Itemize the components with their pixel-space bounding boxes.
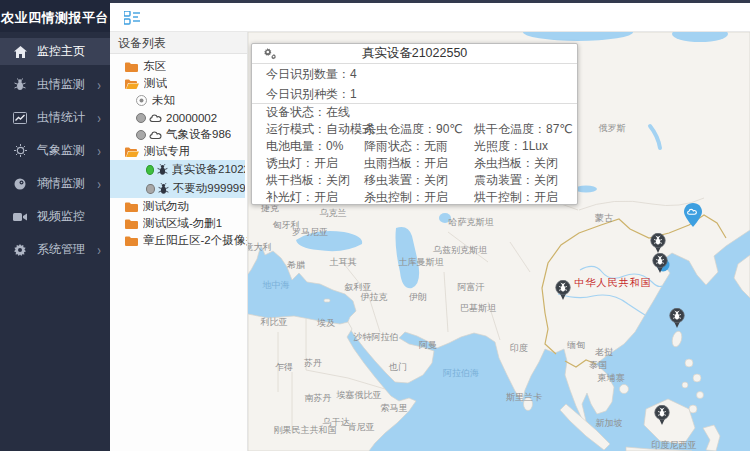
screen: 农业四情测报平台 监控主页 虫情监测 › bbox=[0, 0, 750, 451]
layout-list-icon[interactable] bbox=[122, 8, 142, 28]
metric: 运行模式：自动模式 bbox=[266, 121, 364, 138]
metric: 补光灯：开启 bbox=[266, 189, 364, 206]
sidebar-item-insect-monitor[interactable]: 虫情监测 › bbox=[0, 71, 110, 98]
bug-pin[interactable] bbox=[652, 253, 668, 277]
folder-open-icon bbox=[125, 79, 139, 89]
metric: 电池电量：0% bbox=[266, 138, 364, 155]
device-status: 设备状态：在线 bbox=[252, 104, 577, 121]
tree-folder-east[interactable]: 东区 bbox=[110, 58, 247, 75]
chevron-right-icon: › bbox=[97, 242, 101, 258]
bug-pin[interactable] bbox=[654, 405, 670, 429]
sidebar-item-video-monitor[interactable]: 视频监控 bbox=[0, 203, 110, 230]
globe-icon bbox=[12, 178, 28, 190]
gear-icon bbox=[12, 244, 28, 256]
status-dot-offline bbox=[146, 184, 155, 194]
today-identify-species: 今日识别种类：1 bbox=[252, 84, 577, 104]
tree-device-real-21022550[interactable]: 真实设备21022550 bbox=[110, 160, 245, 179]
device-metrics-grid: 运行模式：自动模式 杀虫仓温度：90℃ 烘干仓温度：87℃ 电池电量：0% 降雨… bbox=[252, 121, 577, 206]
bug-pin[interactable] bbox=[555, 280, 571, 304]
tree-device-20000002[interactable]: 20000002 bbox=[110, 109, 247, 126]
bug-pin[interactable] bbox=[669, 308, 685, 332]
tree-device-unknown[interactable]: 未知 bbox=[110, 92, 247, 109]
weather-pin[interactable] bbox=[684, 203, 702, 231]
metric: 杀虫控制：开启 bbox=[364, 189, 474, 206]
device-tree: 东区 测试 未知 20000002 bbox=[110, 54, 247, 249]
video-camera-icon bbox=[12, 212, 28, 222]
cloud-icon bbox=[149, 113, 162, 122]
bug-icon bbox=[12, 78, 28, 91]
signal-icon bbox=[136, 95, 147, 106]
metric: 虫雨挡板：开启 bbox=[364, 155, 474, 172]
popup-device-title: 真实设备21022550 bbox=[362, 45, 468, 62]
chevron-right-icon: › bbox=[97, 176, 101, 192]
metric: 烘干仓温度：87℃ bbox=[474, 121, 577, 138]
app-title: 农业四情测报平台 bbox=[0, 0, 110, 35]
sidebar-item-insect-stats[interactable]: 虫情统计 › bbox=[0, 104, 110, 131]
chevron-right-icon: › bbox=[97, 143, 101, 159]
metric: 杀虫仓温度：90℃ bbox=[364, 121, 474, 138]
tree-folder-test-nomove[interactable]: 测试勿动 bbox=[110, 198, 247, 215]
folder-icon bbox=[125, 236, 138, 246]
device-list-title: 设备列表 bbox=[110, 32, 247, 54]
cloud-icon bbox=[149, 130, 162, 139]
sidebar: 监控主页 虫情监测 › 虫情统计 › 气象监测 › bbox=[0, 32, 110, 451]
metric: 移虫装置：关闭 bbox=[364, 172, 474, 189]
tree-folder-test-area[interactable]: 测试区域-勿删1 bbox=[110, 215, 247, 232]
bug-icon bbox=[158, 183, 169, 195]
metric: 光照度：1Lux bbox=[474, 138, 577, 155]
status-dot-offline bbox=[136, 130, 146, 140]
metric: 降雨状态：无雨 bbox=[364, 138, 474, 155]
metric: 诱虫灯：开启 bbox=[266, 155, 364, 172]
topbar: 农业四情测报平台 bbox=[0, 0, 750, 32]
folder-icon bbox=[125, 219, 138, 229]
tree-device-donottouch[interactable]: 不要动99999999 bbox=[110, 179, 245, 198]
settings-cogs-icon[interactable] bbox=[263, 47, 277, 63]
sidebar-item-weather-monitor[interactable]: 气象监测 › bbox=[0, 137, 110, 164]
tree-device-weather986[interactable]: 气象设备986 bbox=[110, 126, 247, 143]
chevron-right-icon: › bbox=[97, 110, 101, 126]
sidebar-item-soil-monitor[interactable]: 墒情监测 › bbox=[0, 170, 110, 197]
tree-folder-test-dedicated[interactable]: 测试专用 bbox=[110, 143, 247, 160]
sidebar-item-system-settings[interactable]: 系统管理 › bbox=[0, 236, 110, 263]
line-chart-icon bbox=[12, 112, 28, 124]
tree-folder-zhangqiu[interactable]: 章丘阳丘区-2个摄像头 bbox=[110, 232, 247, 249]
device-detail-popup: 真实设备21022550 今日识别数量：4 今日识别种类：1 设备状态：在线 运… bbox=[251, 43, 578, 205]
map-canvas[interactable]: 俄罗斯蒙古中华人民共和国哈萨克斯坦乌克兰捷克匈牙利罗马尼亚意大利希腊土耳其地中海… bbox=[248, 32, 750, 451]
metric: 震动装置：关闭 bbox=[474, 172, 577, 189]
folder-open-icon bbox=[125, 147, 139, 157]
metric: 烘干控制：开启 bbox=[474, 189, 577, 206]
chevron-right-icon: › bbox=[97, 77, 101, 93]
tree-folder-test[interactable]: 测试 bbox=[110, 75, 247, 92]
sun-icon bbox=[12, 144, 28, 157]
metric: 杀虫挡板：关闭 bbox=[474, 155, 577, 172]
today-identify-count: 今日识别数量：4 bbox=[252, 64, 577, 84]
folder-icon bbox=[125, 202, 138, 212]
status-dot-offline bbox=[136, 113, 146, 123]
home-icon bbox=[12, 46, 28, 58]
folder-icon bbox=[125, 62, 138, 72]
bug-icon bbox=[157, 164, 168, 176]
metric: 烘干挡板：关闭 bbox=[266, 172, 364, 189]
status-dot-online bbox=[146, 165, 154, 175]
sidebar-item-home[interactable]: 监控主页 bbox=[0, 38, 110, 65]
device-list-panel: 设备列表 东区 测试 未知 bbox=[110, 32, 248, 451]
